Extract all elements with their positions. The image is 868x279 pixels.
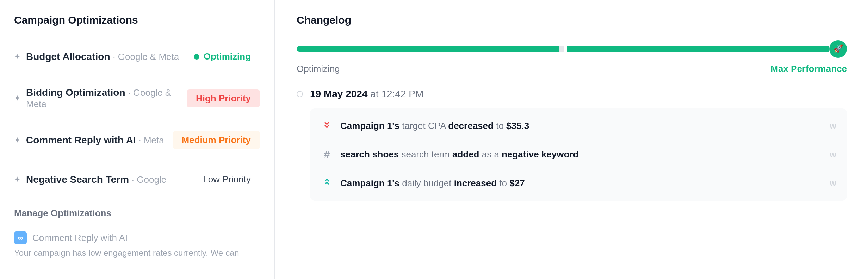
- label-max-performance: Max Performance: [770, 63, 847, 74]
- item-left-negative: ✦ Negative Search Term · Google: [14, 174, 166, 185]
- item-name-comment: Comment Reply with AI · Meta: [26, 135, 164, 146]
- item-platform-comment: · Meta: [138, 135, 164, 145]
- item-left-budget: ✦ Budget Allocation · Google & Meta: [14, 51, 179, 62]
- changelog-entry-cpa: Campaign 1's target CPA decreased to $35…: [310, 112, 847, 140]
- changelog-card: Campaign 1's target CPA decreased to $35…: [310, 108, 847, 201]
- drag-icon-budget: ✦: [14, 52, 20, 61]
- optimization-item-negative[interactable]: ✦ Negative Search Term · Google Low Prio…: [0, 160, 274, 199]
- badge-low-priority: Low Priority: [194, 170, 260, 188]
- item-platform-negative: · Google: [132, 174, 166, 185]
- progress-track: 🚀: [297, 40, 847, 58]
- optimization-item-comment[interactable]: ✦ Comment Reply with AI · Meta Medium Pr…: [0, 120, 274, 160]
- drag-icon-bidding: ✦: [14, 94, 20, 103]
- campaign-optimizations-title: Campaign Optimizations: [0, 14, 274, 37]
- progress-bar-right: [567, 46, 829, 52]
- timeline: 19 May 2024 at 12:42 PM Campaign 1's tar…: [297, 88, 847, 201]
- entry-text-budget: Campaign 1's daily budget increased to $…: [340, 177, 823, 190]
- right-panel: Changelog 🚀 Optimizing Max Performance 1…: [275, 0, 868, 279]
- w-badge-cpa: w: [830, 121, 836, 131]
- optimization-item-budget[interactable]: ✦ Budget Allocation · Google & Meta Opti…: [0, 37, 274, 76]
- manage-item-comment[interactable]: ∞ Comment Reply with AI Your campaign ha…: [0, 224, 274, 266]
- progress-section: 🚀 Optimizing Max Performance: [297, 40, 847, 74]
- item-left-comment: ✦ Comment Reply with AI · Meta: [14, 135, 164, 146]
- progress-end-circle: 🚀: [829, 40, 847, 58]
- manage-optimizations-title: Manage Optimizations: [0, 199, 274, 224]
- changelog-title: Changelog: [297, 14, 847, 26]
- badge-optimizing: Optimizing: [185, 48, 260, 66]
- rocket-icon: 🚀: [833, 44, 843, 54]
- changelog-entry-search: # search shoes search term added as a ne…: [310, 140, 847, 169]
- optimization-item-bidding[interactable]: ✦ Bidding Optimization · Google & Meta H…: [0, 76, 274, 120]
- increase-icon: [321, 177, 333, 189]
- timeline-date-row: 19 May 2024 at 12:42 PM: [297, 88, 847, 100]
- item-left-bidding: ✦ Bidding Optimization · Google & Meta: [14, 87, 187, 110]
- w-badge-budget: w: [830, 178, 836, 188]
- manage-desc: Your campaign has low engagement rates c…: [14, 247, 260, 259]
- drag-icon-comment: ✦: [14, 136, 20, 145]
- badge-medium-priority: Medium Priority: [173, 131, 260, 149]
- progress-gap: [559, 46, 564, 52]
- timeline-date: 19 May 2024 at 12:42 PM: [310, 88, 423, 100]
- progress-bar-left: [297, 46, 559, 52]
- item-name-budget: Budget Allocation · Google & Meta: [26, 51, 179, 62]
- decrease-icon: [321, 120, 333, 132]
- entry-text-cpa: Campaign 1's target CPA decreased to $35…: [340, 119, 823, 132]
- meta-icon: ∞: [14, 231, 27, 244]
- manage-item-header: ∞ Comment Reply with AI: [14, 231, 260, 244]
- hash-icon: #: [321, 149, 333, 161]
- left-panel: Campaign Optimizations ✦ Budget Allocati…: [0, 0, 275, 279]
- drag-icon-negative: ✦: [14, 175, 20, 184]
- item-platform-budget: · Google & Meta: [113, 51, 179, 62]
- entry-text-search: search shoes search term added as a nega…: [340, 148, 823, 161]
- manage-name: Comment Reply with AI: [32, 232, 128, 243]
- item-name-negative: Negative Search Term · Google: [26, 174, 166, 185]
- timeline-dot: [297, 91, 303, 97]
- label-optimizing: Optimizing: [297, 63, 340, 74]
- item-name-bidding: Bidding Optimization · Google & Meta: [26, 87, 187, 110]
- changelog-entry-budget: Campaign 1's daily budget increased to $…: [310, 169, 847, 197]
- progress-labels: Optimizing Max Performance: [297, 63, 847, 74]
- badge-high-priority: High Priority: [187, 89, 260, 107]
- w-badge-search: w: [830, 150, 836, 160]
